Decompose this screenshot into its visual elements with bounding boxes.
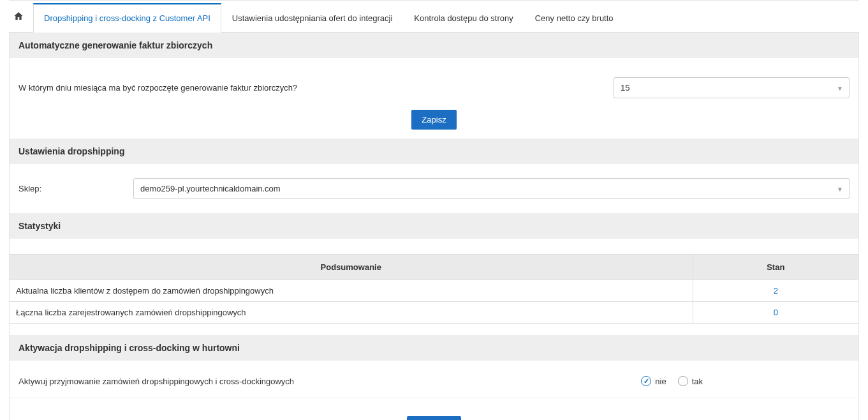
radio-icon [678,376,688,386]
tab-bar: Dropshipping i cross-docking z Customer … [9,3,859,33]
radio-no-label: nie [655,377,666,386]
tab-offer-sharing[interactable]: Ustawienia udostępniania ofert do integr… [221,4,404,32]
home-icon[interactable] [9,4,33,31]
col-summary: Podsumowanie [10,255,693,280]
main-panel: Automatyczne generowanie faktur zbiorczy… [9,33,859,420]
section-header-activation: Aktywacja dropshipping i cross-docking w… [10,335,858,361]
section-header-auto-invoice: Automatyczne generowanie faktur zbiorczy… [10,33,858,58]
activation-label: Aktywuj przyjmowanie zamówień dropshippi… [18,377,641,386]
save-button-activation[interactable]: Zapisz [407,416,461,420]
save-button-invoice[interactable]: Zapisz [411,110,456,130]
stat-label: Aktualna liczba klientów z dostępem do z… [10,280,693,302]
invoice-day-label: W którym dniu miesiąca ma być rozpoczęte… [18,83,614,93]
table-row: Łączna liczba zarejestrowanych zamówień … [10,302,858,324]
stat-value-link[interactable]: 2 [774,286,778,296]
shop-label: Sklep: [18,184,108,193]
activation-radio-group: ✓ nie tak [641,376,850,386]
tab-net-gross-prices[interactable]: Ceny netto czy brutto [524,4,624,32]
stat-label: Łączna liczba zarejestrowanych zamówień … [10,302,693,324]
shop-select[interactable]: demo259-pl.yourtechnicaldomain.com [133,178,850,199]
col-state: Stan [693,255,858,280]
invoice-day-select[interactable]: 15 [614,77,850,98]
table-row: Aktualna liczba klientów z dostępem do z… [10,280,858,302]
section-header-stats: Statystyki [10,213,858,239]
radio-yes-label: tak [692,377,703,386]
stat-value-link[interactable]: 0 [774,308,778,317]
radio-no[interactable]: ✓ nie [641,376,666,386]
tab-access-control[interactable]: Kontrola dostępu do strony [403,4,524,32]
radio-icon-checked: ✓ [641,376,651,386]
radio-yes[interactable]: tak [678,376,703,386]
tab-dropshipping-api[interactable]: Dropshipping i cross-docking z Customer … [33,3,221,33]
stats-table: Podsumowanie Stan Aktualna liczba klient… [10,254,858,324]
section-header-dropship: Ustawienia dropshipping [10,139,858,164]
